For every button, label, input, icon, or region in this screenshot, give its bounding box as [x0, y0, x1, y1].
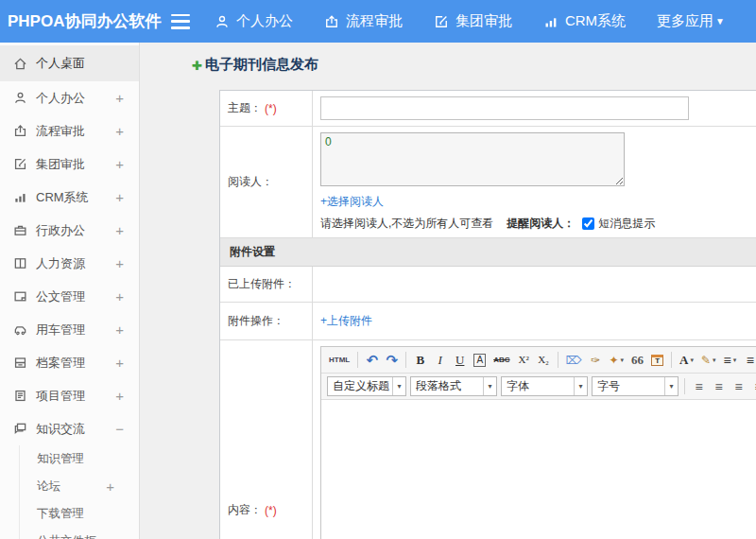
rich-text-editor: HTML↶↷BIUAABCX²X₂⌦✑✦▾66TA▾✎▾≡▾≡ 自定义标题▾段落…: [320, 346, 756, 539]
sidebar-subitem-public-file-cabinet[interactable]: 公共文件柜: [20, 528, 139, 539]
sidebar-item-label: 公文管理: [36, 288, 85, 305]
expand-icon[interactable]: +: [106, 478, 114, 495]
expand-icon[interactable]: +: [115, 156, 124, 172]
sidebar-subitem-label: 论坛: [37, 478, 60, 495]
upload-attachment-link[interactable]: +上传附件: [320, 313, 372, 329]
attachment-actions-label: 附件操作：: [220, 303, 313, 339]
paragraph-format-select[interactable]: 段落格式▾: [410, 376, 497, 396]
bullet-list-button[interactable]: ≡: [741, 350, 756, 370]
sidebar-item-project-management[interactable]: 项目管理+: [0, 379, 139, 412]
select-label: 段落格式: [411, 378, 483, 394]
strikethrough-button[interactable]: ABC: [490, 350, 512, 370]
subject-input[interactable]: [320, 96, 689, 120]
eraser-icon[interactable]: ⌦: [563, 350, 585, 370]
html-source-button[interactable]: HTML: [326, 350, 352, 370]
publish-form: 主题： (*) 阅读人： 0 +选择阅读人 请选择阅读人,不选为所有人可查看 提…: [219, 90, 756, 539]
expand-icon[interactable]: +: [115, 288, 124, 304]
magic-fill-icon[interactable]: ✦▾: [607, 350, 627, 370]
expand-icon[interactable]: +: [115, 90, 124, 106]
expand-icon[interactable]: +: [115, 189, 124, 205]
top-nav-personal-office[interactable]: 个人办公: [215, 12, 293, 30]
uploaded-attachments-value: [313, 267, 756, 302]
sidebar-subitem-label: 知识管理: [37, 451, 84, 467]
align-right-button[interactable]: ≡: [730, 376, 747, 396]
italic-button[interactable]: I: [431, 350, 449, 370]
font-color-button[interactable]: A▾: [677, 350, 696, 370]
sidebar-item-human-resources[interactable]: 人力资源+: [0, 247, 139, 280]
page-title-row: 电子期刊信息发布: [192, 56, 756, 74]
sidebar-item-group-approval[interactable]: 集团审批+: [0, 148, 139, 181]
sidebar-subitem-download-management[interactable]: 下载管理: [20, 500, 139, 528]
user-icon: [215, 14, 230, 29]
superscript-button[interactable]: X²: [515, 350, 533, 370]
sidebar-item-vehicle-management[interactable]: 用车管理+: [0, 313, 139, 346]
expand-icon[interactable]: +: [115, 388, 124, 404]
font-size-select[interactable]: 字号▾: [592, 376, 679, 396]
underline-button[interactable]: U: [451, 350, 469, 370]
collapse-icon[interactable]: −: [115, 421, 124, 437]
expand-icon[interactable]: +: [115, 123, 124, 139]
ordered-list-button[interactable]: ≡▾: [721, 350, 740, 370]
edit-icon: [13, 157, 27, 171]
expand-icon[interactable]: +: [115, 222, 124, 238]
book-icon: [13, 256, 27, 270]
sidebar-item-archive-management[interactable]: 档案管理+: [0, 346, 139, 379]
expand-icon[interactable]: +: [115, 255, 124, 271]
top-nav-group-approval[interactable]: 集团审批: [434, 12, 512, 30]
sidebar-item-personal-desktop[interactable]: 个人桌面: [0, 45, 139, 81]
editor-content-area[interactable]: [321, 400, 756, 539]
content-row: 内容： (*) HTML↶↷BIUAABCX²X₂⌦✑✦▾66TA▾✎▾≡▾≡ …: [220, 340, 756, 539]
chevron-down-icon: ▾: [483, 377, 496, 395]
sidebar-item-personal-office[interactable]: 个人办公+: [0, 81, 139, 114]
top-nav-more-apps[interactable]: 更多应用▼: [657, 12, 725, 30]
chat-icon: [13, 422, 27, 436]
required-mark: (*): [265, 102, 277, 115]
subscript-button[interactable]: X₂: [535, 350, 553, 370]
chevron-down-icon: ▾: [733, 356, 737, 364]
sidebar-subitem-knowledge-management[interactable]: 知识管理: [20, 445, 139, 473]
sidebar-item-document-management[interactable]: 公文管理+: [0, 280, 139, 313]
font-family-select[interactable]: 字体▾: [501, 376, 588, 396]
align-left-button[interactable]: ≡: [690, 376, 708, 396]
blockquote-button[interactable]: 66: [628, 350, 646, 370]
expand-icon[interactable]: +: [115, 355, 124, 371]
nav-label: 集团审批: [455, 12, 512, 30]
highlight-color-icon[interactable]: ✎▾: [698, 350, 719, 370]
sidebar-item-knowledge-exchange[interactable]: 知识交流−: [0, 412, 139, 445]
font-border-button[interactable]: A: [471, 350, 489, 370]
sidebar-item-label: CRM系统: [36, 189, 89, 206]
sidebar-item-workflow-approval[interactable]: 流程审批+: [0, 114, 139, 148]
top-nav: 个人办公流程审批集团审批CRM系统更多应用▼: [215, 12, 756, 30]
project-icon: [13, 389, 27, 403]
redo-icon[interactable]: ↷: [383, 350, 401, 370]
nav-label: 更多应用: [657, 12, 713, 30]
align-justify-button[interactable]: ≡: [749, 376, 756, 396]
sidebar: 个人桌面个人办公+流程审批+集团审批+CRM系统+行政办公+人力资源+公文管理+…: [0, 43, 140, 539]
sidebar-subitem-label: 下载管理: [37, 506, 84, 522]
sidebar-item-label: 流程审批: [36, 123, 85, 140]
readers-textarea[interactable]: 0: [320, 132, 625, 186]
document-icon: [13, 289, 27, 304]
sms-notify-checkbox[interactable]: [582, 217, 594, 230]
archive-icon: [13, 356, 27, 370]
insert-template-icon[interactable]: T: [648, 350, 666, 370]
sidebar-item-label: 个人办公: [36, 90, 85, 107]
sidebar-item-crm-system[interactable]: CRM系统+: [0, 181, 139, 214]
top-nav-crm-system[interactable]: CRM系统: [543, 12, 626, 30]
edit-icon: [434, 14, 449, 29]
readers-row: 阅读人： 0 +选择阅读人 请选择阅读人,不选为所有人可查看 提醒阅读人： 短消…: [220, 127, 756, 238]
align-center-button[interactable]: ≡: [710, 376, 728, 396]
toolbar-separator: [558, 352, 558, 368]
bold-button[interactable]: B: [411, 350, 429, 370]
format-brush-icon[interactable]: ✑: [587, 350, 605, 370]
page-title: 电子期刊信息发布: [205, 56, 318, 74]
subject-label: 主题： (*): [220, 91, 313, 126]
sidebar-subitem-forum[interactable]: 论坛+: [20, 473, 139, 500]
expand-icon[interactable]: +: [115, 322, 124, 338]
menu-toggle-icon[interactable]: [171, 14, 190, 29]
sidebar-item-admin-office[interactable]: 行政办公+: [0, 214, 139, 247]
custom-title-select[interactable]: 自定义标题▾: [327, 376, 406, 396]
select-readers-link[interactable]: +选择阅读人: [320, 194, 384, 210]
top-nav-workflow-approval[interactable]: 流程审批: [324, 12, 403, 30]
undo-icon[interactable]: ↶: [363, 350, 381, 370]
